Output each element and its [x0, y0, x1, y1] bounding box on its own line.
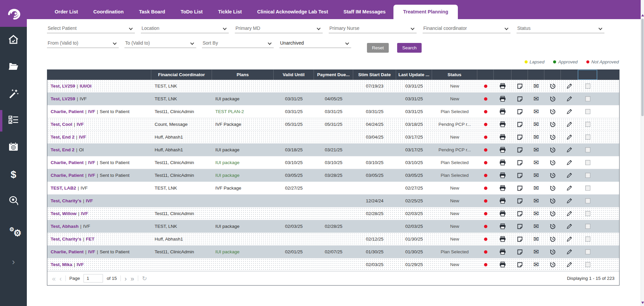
- table-row[interactable]: TEST, LAB2|IVFTEST, LNKIVF Package02/27/…: [47, 182, 619, 195]
- row-checkbox[interactable]: [585, 96, 590, 101]
- scroll-up-arrow-icon[interactable]: [641, 14, 644, 16]
- row-checkbox[interactable]: [585, 237, 590, 242]
- note-icon[interactable]: [517, 135, 523, 140]
- patient-name-link[interactable]: TEST, LAB2: [51, 186, 76, 191]
- row-checkbox[interactable]: [585, 262, 590, 267]
- patient-name-link[interactable]: Charlie, Patient: [51, 173, 84, 178]
- printer-icon[interactable]: [499, 236, 506, 242]
- table-row[interactable]: Charlie, Patient|IVF|Sent to PatientTest…: [47, 169, 619, 182]
- mail-icon[interactable]: ✉: [534, 83, 539, 89]
- printer-icon[interactable]: [499, 147, 506, 153]
- filter-unarchived[interactable]: Unarchived: [279, 38, 351, 48]
- patient-name-link[interactable]: Test, End 2: [51, 147, 74, 152]
- edit-pencil-icon[interactable]: [567, 185, 572, 191]
- patient-name-link[interactable]: Test, Abhash: [51, 224, 78, 229]
- prev-page-button[interactable]: ‹: [59, 275, 62, 282]
- mail-icon[interactable]: ✉: [534, 261, 539, 268]
- patient-name-link[interactable]: Test, Charity's: [51, 198, 82, 203]
- note-icon[interactable]: [517, 109, 523, 114]
- column-header-last-update-[interactable]: Last Update ...: [396, 70, 432, 80]
- note-icon[interactable]: [517, 160, 523, 165]
- table-row[interactable]: Test, Willow|IVFTest11, ClinicAdmin02/28…: [47, 207, 619, 220]
- app-logo[interactable]: [0, 0, 27, 27]
- patient-name-link[interactable]: Test, LV259: [51, 84, 75, 89]
- history-icon[interactable]: [550, 223, 556, 230]
- reset-button[interactable]: Reset: [367, 43, 389, 53]
- printer-icon[interactable]: [499, 172, 506, 178]
- page-number-input[interactable]: [84, 274, 103, 283]
- edit-pencil-icon[interactable]: [567, 109, 572, 114]
- next-page-button[interactable]: ›: [124, 275, 127, 282]
- printer-icon[interactable]: [499, 121, 506, 127]
- note-icon[interactable]: [517, 84, 523, 89]
- row-checkbox[interactable]: [585, 147, 590, 152]
- mail-icon[interactable]: ✉: [534, 159, 539, 166]
- column-header-financial-coordinator[interactable]: Financial Coordinator: [151, 70, 212, 80]
- tab-order-list[interactable]: Order List: [47, 5, 86, 19]
- table-row[interactable]: Test, LV259|IVFTEST, LNKIUI package03/31…: [47, 93, 619, 105]
- tab-task-board[interactable]: Task Board: [131, 5, 173, 19]
- patient-name-link[interactable]: Test, Cool: [51, 122, 72, 127]
- history-icon[interactable]: [550, 96, 556, 102]
- table-row[interactable]: Charlie, Patient|IVF|Sent to PatientTest…: [47, 156, 619, 169]
- filter-primary-md[interactable]: Primary MD: [235, 23, 323, 33]
- edit-pencil-icon[interactable]: [567, 236, 572, 242]
- table-row[interactable]: Test, Charity's|FETHuff, Abhash102/12/25…: [47, 233, 619, 246]
- column-header-action[interactable]: [512, 70, 528, 80]
- printer-icon[interactable]: [499, 185, 506, 191]
- column-header-stim-start-date[interactable]: Stim Start Date: [353, 70, 396, 80]
- sidebar-item-folder[interactable]: [0, 54, 27, 81]
- row-checkbox[interactable]: [585, 224, 590, 229]
- filter-primary-nurse[interactable]: Primary Nurse: [329, 23, 417, 33]
- sidebar-item-checklist[interactable]: [0, 107, 27, 134]
- note-icon[interactable]: [517, 224, 523, 229]
- mail-icon[interactable]: ✉: [534, 108, 539, 115]
- history-icon[interactable]: [550, 172, 556, 178]
- note-icon[interactable]: [517, 186, 523, 191]
- row-checkbox[interactable]: [585, 135, 590, 140]
- filter-location[interactable]: Location: [141, 23, 229, 33]
- mail-icon[interactable]: ✉: [534, 134, 539, 140]
- note-icon[interactable]: [517, 173, 523, 178]
- row-checkbox[interactable]: [585, 186, 590, 191]
- history-icon[interactable]: [550, 147, 556, 153]
- patient-name-link[interactable]: Test, LV259: [51, 96, 75, 101]
- scroll-down-arrow-icon[interactable]: [641, 302, 644, 304]
- edit-pencil-icon[interactable]: [567, 198, 572, 204]
- table-row[interactable]: Charlie, Patient|IVF|Sent to PatientTest…: [47, 246, 619, 258]
- printer-icon[interactable]: [499, 134, 506, 140]
- patient-name-link[interactable]: Test, Willow: [51, 211, 76, 216]
- scrollbar-thumb[interactable]: [641, 19, 644, 116]
- history-icon[interactable]: [550, 83, 556, 89]
- note-icon[interactable]: [517, 249, 523, 255]
- patient-name-link[interactable]: Charlie, Patient: [51, 160, 84, 165]
- edit-pencil-icon[interactable]: [567, 223, 572, 229]
- tab-staff-im-messages[interactable]: Staff IM Messages: [336, 5, 393, 19]
- history-icon[interactable]: [550, 249, 556, 255]
- tab-tickle-list[interactable]: Tickle List: [210, 5, 250, 19]
- printer-icon[interactable]: [499, 198, 506, 204]
- column-header-patient[interactable]: [47, 70, 151, 80]
- column-header-payment-due-[interactable]: Payment Due...: [314, 70, 353, 80]
- note-icon[interactable]: [517, 147, 523, 153]
- printer-icon[interactable]: [499, 96, 506, 102]
- printer-icon[interactable]: [499, 83, 506, 89]
- tab-todo-list[interactable]: ToDo List: [173, 5, 210, 19]
- edit-pencil-icon[interactable]: [567, 211, 572, 216]
- printer-icon[interactable]: [499, 211, 506, 216]
- row-checkbox[interactable]: [585, 249, 590, 254]
- mail-icon[interactable]: ✉: [534, 236, 539, 242]
- history-icon[interactable]: [550, 262, 556, 268]
- edit-pencil-icon[interactable]: [567, 96, 572, 102]
- patient-name-link[interactable]: Charlie, Patient: [51, 109, 84, 114]
- filter-to-valid-to-[interactable]: To (Valid to): [124, 38, 196, 48]
- sidebar-item-magic-wand[interactable]: [0, 81, 27, 107]
- sidebar-item-dollar[interactable]: $: [0, 161, 27, 188]
- table-row[interactable]: Test, LV259|IUI/OITEST, LNK07/19/2303/31…: [47, 80, 619, 93]
- printer-icon[interactable]: [499, 249, 506, 255]
- sidebar-expand-button[interactable]: ›: [0, 255, 27, 268]
- column-header-action[interactable]: [494, 70, 512, 80]
- history-icon[interactable]: [550, 198, 556, 204]
- mail-icon[interactable]: ✉: [534, 198, 539, 204]
- mail-icon[interactable]: ✉: [534, 96, 539, 102]
